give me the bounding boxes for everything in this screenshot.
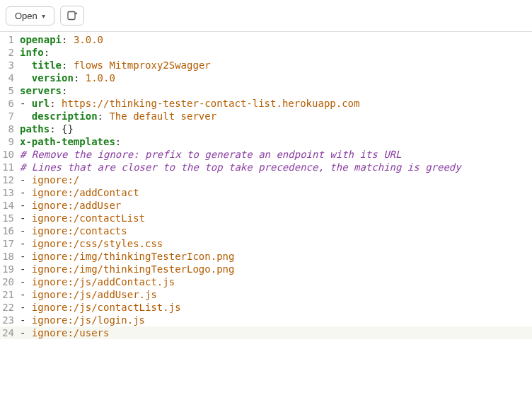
line-number: 14	[0, 199, 17, 212]
line-number: 21	[0, 288, 17, 301]
line-number: 23	[0, 314, 17, 326]
svg-rect-0	[68, 12, 75, 20]
line-number: 10	[0, 148, 17, 161]
line-content: - ignore:/	[17, 173, 79, 186]
line-content: openapi: 3.0.0	[17, 33, 103, 46]
line-content: paths: {}	[17, 123, 74, 135]
line-number: 2	[0, 46, 17, 59]
line-content: - ignore:/contacts	[17, 224, 127, 237]
line-content: - ignore:/js/login.js	[17, 314, 145, 326]
toolbar: Open ▾	[0, 0, 532, 32]
line-number: 17	[0, 237, 17, 250]
line-number: 18	[0, 250, 17, 263]
code-line[interactable]: 6- url: https://thinking-tester-contact-…	[0, 97, 532, 110]
code-line[interactable]: 17- ignore:/css/styles.css	[0, 237, 532, 250]
line-number: 9	[0, 135, 17, 148]
line-content: - ignore:/addContact	[17, 186, 139, 199]
code-line[interactable]: 7 description: The default server	[0, 110, 532, 123]
code-line[interactable]: 21- ignore:/js/addUser.js	[0, 288, 532, 301]
line-number: 20	[0, 275, 17, 288]
code-line[interactable]: 8paths: {}	[0, 123, 532, 135]
line-content: - ignore:/img/thinkingTesterIcon.png	[17, 250, 234, 263]
line-number: 1	[0, 33, 17, 46]
line-content: servers:	[17, 84, 67, 97]
line-number: 15	[0, 212, 17, 224]
line-number: 13	[0, 186, 17, 199]
code-editor[interactable]: 1openapi: 3.0.02info:3 title: flows Mitm…	[0, 32, 532, 339]
open-button[interactable]: Open ▾	[6, 6, 54, 25]
line-content: title: flows Mitmproxy2Swagger	[17, 59, 211, 72]
new-tab-icon	[66, 10, 78, 21]
line-content: # Remove the ignore: prefix to generate …	[17, 148, 401, 161]
line-content: - ignore:/js/addContact.js	[17, 275, 175, 288]
code-line[interactable]: 16- ignore:/contacts	[0, 224, 532, 237]
line-content: description: The default server	[17, 110, 216, 123]
code-line[interactable]: 13- ignore:/addContact	[0, 186, 532, 199]
code-line[interactable]: 20- ignore:/js/addContact.js	[0, 275, 532, 288]
line-number: 3	[0, 59, 17, 72]
code-line[interactable]: 23- ignore:/js/login.js	[0, 314, 532, 326]
code-line[interactable]: 3 title: flows Mitmproxy2Swagger	[0, 59, 532, 72]
code-line[interactable]: 9x-path-templates:	[0, 135, 532, 148]
code-line[interactable]: 15- ignore:/contactList	[0, 212, 532, 224]
line-number: 5	[0, 84, 17, 97]
code-line[interactable]: 19- ignore:/img/thinkingTesterLogo.png	[0, 263, 532, 275]
line-number: 6	[0, 97, 17, 110]
code-line[interactable]: 24- ignore:/users	[0, 326, 532, 339]
code-line[interactable]: 2info:	[0, 46, 532, 59]
line-number: 24	[0, 326, 17, 339]
line-content: - url: https://thinking-tester-contact-l…	[17, 97, 359, 110]
line-content: - ignore:/css/styles.css	[17, 237, 163, 250]
line-content: - ignore:/js/contactList.js	[17, 301, 181, 314]
code-line[interactable]: 4 version: 1.0.0	[0, 72, 532, 84]
code-line[interactable]: 11# Lines that are closer to the top tak…	[0, 161, 532, 173]
line-content: - ignore:/js/addUser.js	[17, 288, 157, 301]
chevron-down-icon: ▾	[42, 12, 45, 20]
line-content: version: 1.0.0	[17, 72, 115, 84]
line-number: 12	[0, 173, 17, 186]
code-line[interactable]: 12- ignore:/	[0, 173, 532, 186]
open-button-label: Open	[15, 11, 37, 21]
line-number: 22	[0, 301, 17, 314]
line-content: info:	[17, 46, 50, 59]
line-number: 4	[0, 72, 17, 84]
line-number: 16	[0, 224, 17, 237]
line-number: 7	[0, 110, 17, 123]
code-line[interactable]: 22- ignore:/js/contactList.js	[0, 301, 532, 314]
code-line[interactable]: 18- ignore:/img/thinkingTesterIcon.png	[0, 250, 532, 263]
new-tab-button[interactable]	[60, 6, 84, 25]
code-line[interactable]: 1openapi: 3.0.0	[0, 33, 532, 46]
line-content: - ignore:/users	[17, 326, 109, 339]
line-content: - ignore:/img/thinkingTesterLogo.png	[17, 263, 234, 275]
line-number: 11	[0, 161, 17, 173]
line-number: 8	[0, 123, 17, 135]
code-line[interactable]: 5servers:	[0, 84, 532, 97]
line-content: - ignore:/contactList	[17, 212, 145, 224]
line-content: # Lines that are closer to the top take …	[17, 161, 461, 173]
line-content: - ignore:/addUser	[17, 199, 121, 212]
code-line[interactable]: 10# Remove the ignore: prefix to generat…	[0, 148, 532, 161]
line-content: x-path-templates:	[17, 135, 121, 148]
code-line[interactable]: 14- ignore:/addUser	[0, 199, 532, 212]
line-number: 19	[0, 263, 17, 275]
